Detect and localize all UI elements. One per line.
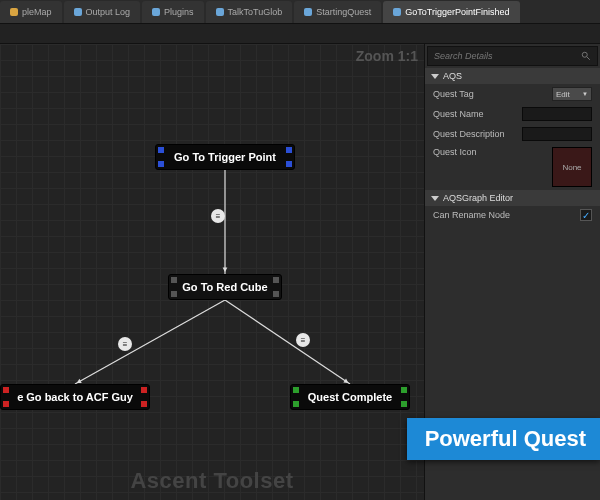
search-icon	[581, 51, 591, 61]
section-title: AQS	[443, 71, 462, 81]
node-corner-handle	[273, 291, 279, 297]
property-label: Quest Description	[433, 129, 522, 139]
property-row: Quest TagEdit▼	[425, 84, 600, 104]
tab-label: Plugins	[164, 7, 194, 17]
edge-badge-icon[interactable]: ≡	[296, 333, 310, 347]
search-details-input[interactable]	[434, 51, 581, 61]
tab[interactable]: Output Log	[64, 1, 141, 23]
node-corner-handle	[401, 387, 407, 393]
graph-node-label: Go To Trigger Point	[174, 151, 276, 163]
section-title: AQSGraph Editor	[443, 193, 513, 203]
edge-badge-icon[interactable]: ≡	[118, 337, 132, 351]
svg-marker-1	[223, 268, 228, 272]
tab-label: Output Log	[86, 7, 131, 17]
section-header[interactable]: AQS	[425, 68, 600, 84]
svg-point-6	[582, 52, 587, 57]
node-corner-handle	[141, 401, 147, 407]
property-dropdown[interactable]: Edit▼	[552, 87, 592, 101]
property-label: Quest Name	[433, 109, 522, 119]
graph-node-label: Go To Red Cube	[182, 281, 267, 293]
node-corner-handle	[3, 387, 9, 393]
edge-badge-icon[interactable]: ≡	[211, 209, 225, 223]
graph-node[interactable]: Quest Complete	[290, 384, 410, 410]
node-corner-handle	[171, 291, 177, 297]
property-row: Quest Description	[425, 124, 600, 144]
node-corner-handle	[141, 387, 147, 393]
property-text-input[interactable]	[522, 127, 592, 141]
tab-icon	[304, 8, 312, 16]
chevron-down-icon	[431, 196, 439, 201]
tab[interactable]: StartingQuest	[294, 1, 381, 23]
tab[interactable]: GoToTriggerPointFinished	[383, 1, 519, 23]
property-row: Can Rename Node✓	[425, 206, 600, 224]
tab-icon	[10, 8, 18, 16]
property-row: Quest IconNone	[425, 144, 600, 190]
tab-label: GoToTriggerPointFinished	[405, 7, 509, 17]
property-checkbox[interactable]: ✓	[580, 209, 592, 221]
property-label: Quest Icon	[433, 147, 552, 157]
canvas-watermark: Ascent Toolset	[130, 468, 293, 494]
search-details-box[interactable]	[427, 46, 598, 66]
chevron-down-icon	[431, 74, 439, 79]
node-corner-handle	[293, 387, 299, 393]
graph-node-label: e Go back to ACF Guy	[17, 391, 133, 403]
node-corner-handle	[286, 147, 292, 153]
property-label: Can Rename Node	[433, 210, 580, 220]
tab[interactable]: TalkToTuGlob	[206, 1, 293, 23]
svg-marker-5	[343, 378, 348, 382]
node-corner-handle	[3, 401, 9, 407]
graph-node-label: Quest Complete	[308, 391, 392, 403]
svg-line-2	[75, 300, 225, 384]
section-header[interactable]: AQSGraph Editor	[425, 190, 600, 206]
property-asset-thumbnail[interactable]: None	[552, 147, 592, 187]
toolbar	[0, 24, 600, 44]
node-corner-handle	[401, 401, 407, 407]
tab-icon	[152, 8, 160, 16]
tab-label: TalkToTuGlob	[228, 7, 283, 17]
tab-icon	[74, 8, 82, 16]
tab[interactable]: Plugins	[142, 1, 204, 23]
node-corner-handle	[171, 277, 177, 283]
graph-canvas[interactable]: Zoom 1:1 Ascent Toolset Go To Trigger Po…	[0, 44, 424, 500]
chevron-down-icon: ▼	[582, 91, 588, 97]
node-corner-handle	[158, 147, 164, 153]
zoom-label: Zoom 1:1	[356, 48, 418, 64]
tab-label: StartingQuest	[316, 7, 371, 17]
tab[interactable]: pleMap	[0, 1, 62, 23]
property-label: Quest Tag	[433, 89, 552, 99]
promo-banner: Powerful Quest	[407, 418, 600, 460]
svg-line-7	[587, 57, 590, 60]
tab-label: pleMap	[22, 7, 52, 17]
node-corner-handle	[273, 277, 279, 283]
graph-node[interactable]: Go To Trigger Point	[155, 144, 295, 170]
svg-line-4	[225, 300, 350, 384]
svg-marker-3	[77, 379, 82, 383]
node-corner-handle	[158, 161, 164, 167]
graph-node[interactable]: e Go back to ACF Guy	[0, 384, 150, 410]
property-row: Quest Name	[425, 104, 600, 124]
node-corner-handle	[293, 401, 299, 407]
tab-icon	[216, 8, 224, 16]
tab-bar: pleMapOutput LogPluginsTalkToTuGlobStart…	[0, 0, 600, 24]
property-text-input[interactable]	[522, 107, 592, 121]
graph-node[interactable]: Go To Red Cube	[168, 274, 282, 300]
node-corner-handle	[286, 161, 292, 167]
tab-icon	[393, 8, 401, 16]
